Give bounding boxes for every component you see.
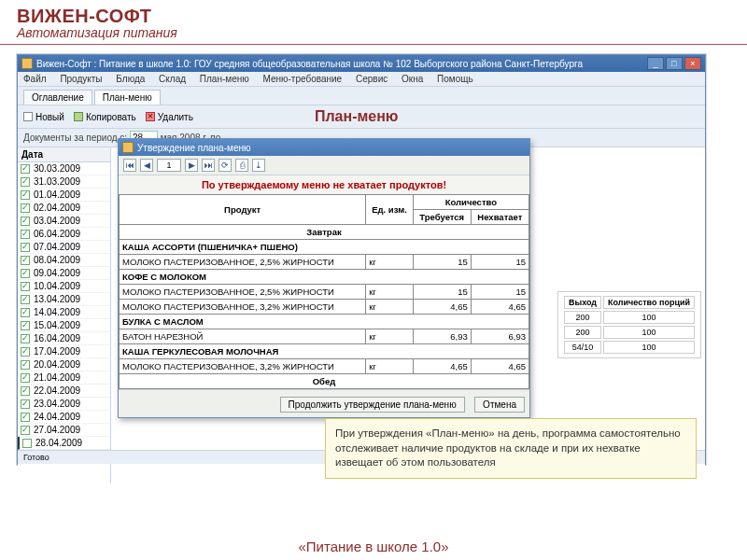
date-row[interactable]: 02.04.2009 [18,202,110,215]
checkbox-icon[interactable] [21,203,30,213]
date-row[interactable]: 30.03.2009 [18,162,110,175]
cell-product: БАТОН НАРЕЗНОЙ [120,329,366,344]
new-button[interactable]: Новый [23,112,64,122]
date-row[interactable]: 17.04.2009 [18,345,110,358]
table-row[interactable]: МОЛОКО ПАСТЕРИЗОВАННОЕ, 2,5% ЖИРНОСТИкг1… [120,255,529,270]
close-button[interactable]: × [684,57,701,70]
col-output: Выход [564,296,601,309]
checkbox-icon[interactable] [21,399,30,409]
date-row[interactable]: 21.04.2009 [18,371,110,385]
checkbox-icon[interactable] [21,230,30,239]
date-row[interactable]: 01.04.2009 [18,189,110,202]
table-row[interactable]: КОФЕ С МОЛОКОМ [120,270,529,285]
export-icon[interactable]: ⤓ [252,159,265,172]
checkbox-icon[interactable] [21,413,30,422]
menu-products[interactable]: Продукты [60,74,102,84]
checkbox-icon[interactable] [21,334,30,343]
date-label: 21.04.2009 [34,372,80,383]
table-row[interactable]: КАША ГЕРКУЛЕСОВАЯ МОЛОЧНАЯ [120,344,529,359]
minimize-button[interactable]: _ [647,57,664,70]
checkbox-icon[interactable] [21,321,30,330]
date-label: 30.03.2009 [34,163,80,174]
table-row[interactable]: БУЛКА С МАСЛОМ [120,315,529,329]
table-row[interactable]: МОЛОКО ПАСТЕРИЗОВАННОЕ, 3,2% ЖИРНОСТИкг4… [120,359,529,374]
checkbox-icon[interactable] [21,373,30,383]
date-row[interactable]: 23.04.2009 [18,398,110,411]
continue-button[interactable]: Продолжить утверждение плана-меню [280,397,465,413]
maximize-button[interactable]: □ [666,57,683,70]
date-row[interactable]: 07.04.2009 [18,241,110,254]
checkbox-icon[interactable] [21,347,30,357]
table-row[interactable]: 54/10100 [564,341,695,354]
date-row[interactable]: 22.04.2009 [18,385,110,398]
date-label: 01.04.2009 [34,189,80,200]
page-number[interactable] [157,159,181,172]
date-row[interactable]: 28.04.2009 [18,437,110,450]
date-label: 03.04.2009 [34,216,80,226]
date-row[interactable]: 31.03.2009 [18,175,110,189]
checkbox-icon[interactable] [21,426,30,435]
footer: «Питание в школе 1.0» [0,539,747,554]
checkbox-icon[interactable] [22,439,32,448]
refresh-icon[interactable]: ⟳ [218,159,232,172]
checkbox-icon[interactable] [21,282,30,291]
date-row[interactable]: 27.04.2009 [18,424,110,437]
th-product: Продукт [120,195,366,225]
checkbox-icon[interactable] [21,360,30,370]
checkbox-icon[interactable] [21,243,30,252]
checkbox-icon[interactable] [21,177,30,187]
cell-unit: кг [366,359,413,374]
th-required: Требуется [413,210,471,225]
table-row[interactable]: КАША АССОРТИ (ПШЕНИЧКА+ ПШЕНО) [120,240,529,255]
checkbox-icon[interactable] [21,164,30,174]
date-row[interactable]: 20.04.2009 [18,358,110,371]
first-page-icon[interactable]: ⏮ [123,159,136,172]
date-label: 22.04.2009 [34,385,80,396]
table-row[interactable]: БАТОН НАРЕЗНОЙкг6,936,93 [120,329,529,344]
menu-requirement[interactable]: Меню-требование [263,74,343,84]
checkbox-icon[interactable] [21,190,30,200]
menu-windows[interactable]: Окна [402,74,423,84]
date-row[interactable]: 09.04.2009 [18,267,110,280]
delete-button[interactable]: Удалить [146,112,193,122]
date-label: 28.04.2009 [35,438,82,448]
cell-product: МОЛОКО ПАСТЕРИЗОВАННОЕ, 2,5% ЖИРНОСТИ [120,285,366,300]
cell-unit: кг [366,300,413,315]
checkbox-icon[interactable] [21,386,30,396]
table-row[interactable]: МОЛОКО ПАСТЕРИЗОВАННОЕ, 2,5% ЖИРНОСТИкг1… [120,285,529,300]
table-row[interactable]: МОЛОКО ПАСТЕРИЗОВАННОЕ, 3,2% ЖИРНОСТИкг4… [120,300,529,315]
date-row[interactable]: 24.04.2009 [18,411,110,424]
print-icon[interactable]: ⎙ [235,159,248,172]
date-row[interactable]: 15.04.2009 [18,319,110,332]
prev-page-icon[interactable]: ◀ [140,159,153,172]
tab-plan-menu[interactable]: План-меню [94,90,161,105]
tab-contents[interactable]: Оглавление [23,90,92,105]
table-row[interactable]: 200100 [564,326,695,339]
date-row[interactable]: 16.04.2009 [18,332,110,345]
menu-plan[interactable]: План-меню [200,74,249,84]
date-row[interactable]: 13.04.2009 [18,293,110,306]
date-row[interactable]: 06.04.2009 [18,228,110,241]
menu-help[interactable]: Помощь [437,74,473,84]
cancel-button[interactable]: Отмена [474,397,525,413]
checkbox-icon[interactable] [21,269,30,278]
menu-dishes[interactable]: Блюда [116,74,145,84]
checkbox-icon[interactable] [21,217,30,226]
date-label: 07.04.2009 [34,242,80,252]
date-row[interactable]: 10.04.2009 [18,280,110,293]
copy-button[interactable]: Копировать [74,112,136,122]
checkbox-icon[interactable] [21,256,30,265]
menu-service[interactable]: Сервис [356,74,388,84]
menu-stock[interactable]: Склад [159,74,186,84]
last-page-icon[interactable]: ⏭ [202,159,215,172]
date-row[interactable]: 08.04.2009 [18,254,110,267]
menu-file[interactable]: Файл [23,74,47,84]
product-group: БУЛКА С МАСЛОМ [120,315,529,329]
checkbox-icon[interactable] [21,308,30,317]
next-page-icon[interactable]: ▶ [185,159,198,172]
date-row[interactable]: 14.04.2009 [18,306,110,319]
table-row[interactable]: 200100 [564,311,695,324]
checkbox-icon[interactable] [21,295,30,304]
date-row[interactable]: 03.04.2009 [18,215,110,228]
new-icon [23,112,33,121]
